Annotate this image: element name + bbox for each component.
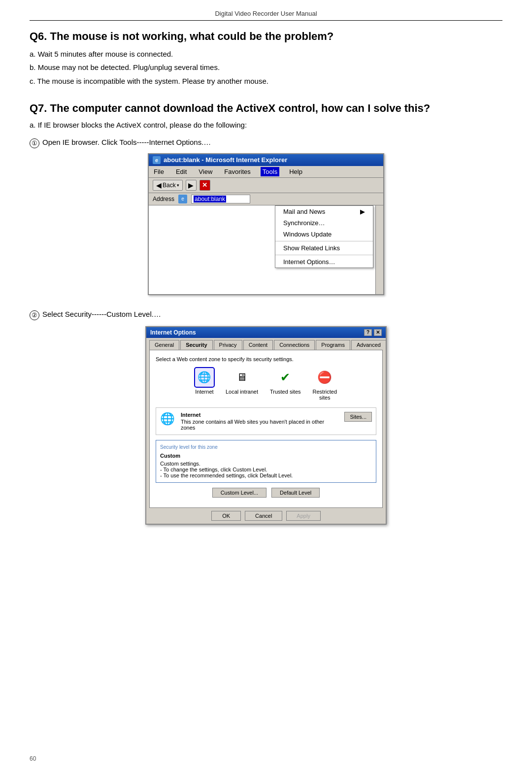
ie-menu-file[interactable]: File <box>152 167 166 176</box>
inet-tabs[interactable]: General Security Privacy Content Connect… <box>146 338 386 350</box>
inet-internet-zone: 🌐 Internet This zone contains all Web si… <box>156 407 376 435</box>
inet-tab-content[interactable]: Content <box>243 340 273 350</box>
ie-menu-item-sync-label: Synchronize… <box>283 219 325 227</box>
ie-content-area: Mail and News ▶ Synchronize… Windows Upd… <box>149 205 383 294</box>
ie-toolbar: ◀ Back ▾ ▶ ✕ <box>149 178 383 193</box>
step1-label: ① Open IE browser. Click Tools-----Inter… <box>30 138 502 148</box>
ie-menu-separator2 <box>275 255 373 255</box>
inet-zone-trusted-icon: ✔ <box>276 368 295 387</box>
inet-cancel-button[interactable]: Cancel <box>245 511 282 521</box>
inet-security-level-title: Security level for this zone <box>160 444 372 450</box>
q6-answers: a. Wait 5 minutes after mouse is connect… <box>30 49 502 87</box>
inet-window-buttons[interactable]: ? ✕ <box>364 329 382 336</box>
inet-zone-trusted-label: Trusted sites <box>270 389 301 395</box>
inet-help-btn[interactable]: ? <box>364 329 372 336</box>
ie-menu-edit[interactable]: Edit <box>174 167 189 176</box>
page-header: Digital Video Recorder User Manual <box>30 10 502 21</box>
ie-menu-help[interactable]: Help <box>287 167 304 176</box>
ie-address-label: Address <box>153 196 174 202</box>
ie-menu-view[interactable]: View <box>197 167 214 176</box>
inet-custom-desc1: Custom settings. <box>160 461 372 467</box>
inet-apply-button[interactable]: Apply <box>286 511 321 521</box>
inet-security-level-section: Security level for this zone Custom Cust… <box>156 440 376 483</box>
q6-section: Q6. The mouse is not working, what could… <box>30 30 502 87</box>
step1-text: Open IE browser. Click Tools-----Interne… <box>42 138 211 146</box>
q7-title: Q7. The computer cannot download the Act… <box>30 101 502 116</box>
q6-answer-b: b. Mouse may not be detected. Plug/unplu… <box>30 62 502 73</box>
ie-logo-icon: e <box>153 156 161 164</box>
ie-scrollbar[interactable] <box>375 205 383 294</box>
inet-custom-level-button[interactable]: Custom Level... <box>212 488 266 498</box>
inet-tab-connections[interactable]: Connections <box>274 340 315 350</box>
ie-address-value[interactable]: about:blank <box>194 196 226 202</box>
ie-titlebar: e about:blank - Microsoft Internet Explo… <box>149 154 383 166</box>
inet-custom-desc3: - To use the recommended settings, click… <box>160 472 372 478</box>
inet-internet-zone-title: Internet <box>181 412 339 418</box>
header-title: Digital Video Recorder User Manual <box>215 10 317 17</box>
inet-zone-local-label: Local intranet <box>226 389 258 395</box>
ie-menu-item-update-label: Windows Update <box>283 231 332 238</box>
inet-tab-security[interactable]: Security <box>180 340 212 350</box>
ie-back-label: Back <box>163 182 176 189</box>
ie-menu-item-related-label: Show Related Links <box>283 244 340 252</box>
ie-menubar[interactable]: File Edit View Favorites Tools Help <box>149 166 383 178</box>
ie-menu-favorites[interactable]: Favorites <box>222 167 252 176</box>
ie-back-button[interactable]: ◀ Back ▾ <box>153 180 183 191</box>
step2-circle: ② <box>30 310 39 320</box>
q7-intro: a. If IE browser blocks the ActiveX cont… <box>30 121 502 129</box>
inet-tab-advanced[interactable]: Advanced <box>351 340 386 350</box>
ie-stop-button[interactable]: ✕ <box>200 180 210 191</box>
ie-menu-tools[interactable]: Tools <box>261 167 279 176</box>
ie-menu-item-update[interactable]: Windows Update <box>275 229 373 240</box>
inet-close-btn[interactable]: ✕ <box>374 329 382 336</box>
inet-zone-local[interactable]: 🖥 Local intranet <box>226 368 258 401</box>
step2-label: ② Select Security------Custom Level.… <box>30 310 502 320</box>
inet-internet-zone-text: Internet This zone contains all Web site… <box>181 412 339 431</box>
ie-menu-item-mail-label: Mail and News <box>283 208 325 215</box>
ie-menu-item-mail[interactable]: Mail and News ▶ <box>275 206 373 217</box>
inet-zone-internet-label: Internet <box>195 389 213 395</box>
inet-zone-icons[interactable]: 🌐 Internet 🖥 Local intranet ✔ Trusted si… <box>156 368 376 401</box>
inet-custom-title: Custom <box>160 453 372 459</box>
inet-zone-internet-icon: 🌐 <box>195 368 214 387</box>
q6-answer-c: c. The mouse is incompatible with the sy… <box>30 76 502 87</box>
q7-intro-text: a. If IE browser blocks the ActiveX cont… <box>30 121 502 129</box>
inet-default-level-button[interactable]: Default Level <box>271 488 320 498</box>
ie-addressbar: Address e about:blank <box>149 193 383 205</box>
inet-custom-desc2: - To change the settings, click Custom L… <box>160 467 372 472</box>
inet-level-buttons[interactable]: Custom Level... Default Level <box>156 488 376 498</box>
ie-stop-icon: ✕ <box>202 181 207 189</box>
ie-back-dropdown[interactable]: ▾ <box>177 183 179 188</box>
ie-menu-separator <box>275 241 373 241</box>
inet-zone-trusted[interactable]: ✔ Trusted sites <box>270 368 301 401</box>
ie-menu-item-inet-options[interactable]: Internet Options… <box>275 256 373 268</box>
inet-footer[interactable]: OK Cancel Apply <box>146 508 386 524</box>
inet-custom-settings: Custom Custom settings. - To change the … <box>160 453 372 478</box>
inet-tab-privacy[interactable]: Privacy <box>214 340 242 350</box>
ie-menu-item-sync[interactable]: Synchronize… <box>275 217 373 229</box>
inet-tab-general[interactable]: General <box>149 340 179 350</box>
inet-zone-restricted-icon: ⛔ <box>315 368 334 387</box>
inet-internet-zone-row: 🌐 Internet This zone contains all Web si… <box>160 412 372 431</box>
ie-forward-button[interactable]: ▶ <box>186 180 197 191</box>
ie-address-field[interactable]: about:blank <box>191 195 250 203</box>
ie-forward-arrow-icon: ▶ <box>188 181 194 189</box>
ie-menu-item-related[interactable]: Show Related Links <box>275 242 373 254</box>
q7-section: Q7. The computer cannot download the Act… <box>30 101 502 525</box>
inet-internet-zone-desc: This zone contains all Web sites you hav… <box>181 419 339 431</box>
ie-back-arrow: ◀ <box>156 181 162 189</box>
ie-titlebar-text: about:blank - Microsoft Internet Explore… <box>164 156 287 164</box>
inet-zone-restricted[interactable]: ⛔ Restrictedsites <box>313 368 337 401</box>
inet-sites-button[interactable]: Sites... <box>344 412 372 422</box>
inet-body: Select a Web content zone to specify its… <box>149 350 383 508</box>
inet-zone-restricted-label: Restrictedsites <box>313 389 337 401</box>
inet-zone-internet[interactable]: 🌐 Internet <box>195 368 214 401</box>
inet-tab-programs[interactable]: Programs <box>316 340 350 350</box>
inet-ok-button[interactable]: OK <box>211 511 241 521</box>
inet-internet-globe-icon: 🌐 <box>160 412 176 428</box>
step2-text: Select Security------Custom Level.… <box>42 310 161 318</box>
ie-window: e about:blank - Microsoft Internet Explo… <box>148 153 384 295</box>
ie-menu-item-inet-label: Internet Options… <box>283 258 335 266</box>
ie-tools-dropdown[interactable]: Mail and News ▶ Synchronize… Windows Upd… <box>275 205 373 268</box>
step1-circle: ① <box>30 138 39 148</box>
